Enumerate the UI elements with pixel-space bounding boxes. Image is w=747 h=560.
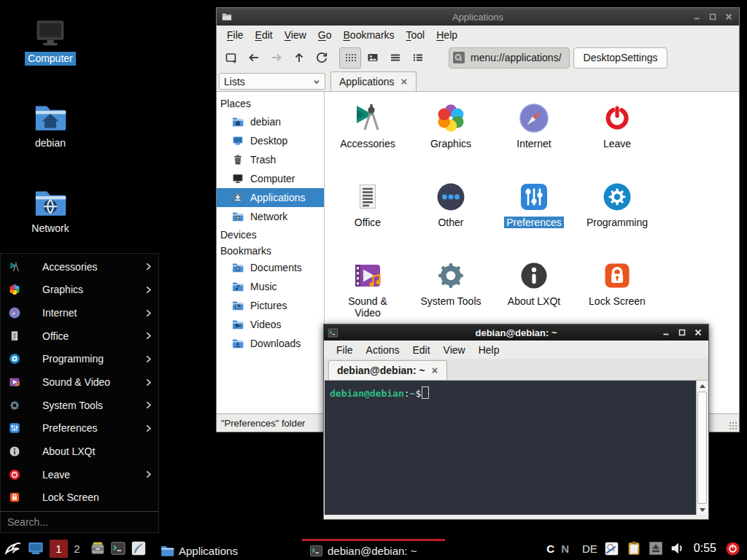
new-tab-button[interactable]	[220, 47, 242, 69]
menu-file[interactable]: File	[330, 342, 360, 358]
app-category-graphics[interactable]: Graphics	[409, 99, 492, 178]
power-button[interactable]	[724, 540, 741, 557]
sidebar-item-network[interactable]: Network	[217, 207, 324, 226]
resize-grip[interactable]	[729, 421, 738, 430]
terminal-tab[interactable]: debian@debian: ~	[328, 360, 447, 380]
submenu-arrow-icon	[144, 424, 152, 432]
tab-close-icon[interactable]	[431, 367, 438, 374]
removable-media-tray-icon[interactable]	[649, 541, 663, 556]
keyboard-layout-indicator[interactable]: DE	[582, 542, 597, 555]
app-category-accessories[interactable]: Accessories	[326, 99, 409, 178]
scroll-down-icon[interactable]	[697, 505, 708, 515]
address-bar[interactable]: menu://applications/	[449, 47, 570, 69]
menu-bookmarks[interactable]: Bookmarks	[338, 27, 400, 43]
menu-file[interactable]: File	[221, 27, 249, 43]
workspace-2-button[interactable]: 2	[68, 540, 86, 558]
clipboard-tray-icon[interactable]	[626, 540, 642, 556]
app-category-leave[interactable]: Leave	[576, 99, 659, 178]
workspace-1-button[interactable]: 1	[50, 540, 68, 558]
num-lock-indicator[interactable]: N	[561, 542, 569, 555]
close-button[interactable]	[724, 12, 733, 21]
menu-item-graphics[interactable]: Graphics	[1, 279, 158, 302]
up-button[interactable]	[288, 47, 310, 69]
menu-item-leave[interactable]: Leave	[1, 463, 158, 486]
terminal-scrollbar[interactable]	[696, 381, 708, 515]
tab-label: Applications	[339, 76, 395, 88]
desktop-icon-label: Computer	[25, 52, 75, 66]
menu-edit[interactable]: Edit	[406, 342, 436, 358]
menu-view[interactable]: View	[437, 342, 472, 358]
terminal-launcher[interactable]	[108, 537, 128, 559]
task-terminal[interactable]: debian@debian: ~	[302, 539, 445, 560]
app-category-internet[interactable]: Internet	[492, 99, 576, 178]
desktop-icon-debian[interactable]: debian	[10, 101, 90, 150]
terminal-window: debian@debian: ~ File Actions Edit View …	[323, 324, 709, 520]
sidebar-item-downloads[interactable]: Downloads	[217, 334, 324, 353]
sidebar-item-computer[interactable]: Computer	[217, 169, 324, 188]
main-menu-button[interactable]	[0, 537, 25, 559]
terminal-screen[interactable]: debian@debian:~$	[325, 381, 696, 515]
app-category-other[interactable]: Other	[409, 178, 492, 257]
icon-view-button[interactable]	[339, 47, 361, 69]
menu-item-about-lxqt[interactable]: About LXQt	[1, 440, 158, 463]
minimize-button[interactable]	[662, 328, 670, 337]
menu-go[interactable]: Go	[312, 27, 338, 43]
sidebar-item-videos[interactable]: Videos	[217, 315, 324, 334]
app-category-programming[interactable]: Programming	[576, 178, 659, 257]
maximize-button[interactable]	[678, 328, 686, 337]
menu-item-programming[interactable]: Programming	[1, 348, 158, 371]
menu-tool[interactable]: Tool	[400, 27, 431, 43]
volume-tray-icon[interactable]	[670, 540, 686, 556]
detailed-view-button[interactable]	[407, 47, 429, 69]
featherpad-launcher[interactable]	[128, 537, 149, 559]
close-button[interactable]	[694, 328, 703, 337]
tab-applications[interactable]: Applications	[330, 71, 417, 91]
scrollbar-thumb[interactable]	[697, 392, 707, 504]
thumbnail-view-button[interactable]	[362, 47, 384, 69]
menu-actions[interactable]: Actions	[360, 342, 406, 358]
task-applications[interactable]: Applications	[153, 539, 286, 560]
caps-lock-indicator[interactable]: C	[546, 542, 554, 555]
sidebar-item-debian[interactable]: debian	[217, 112, 324, 131]
menu-item-system-tools[interactable]: System Tools	[1, 394, 158, 417]
reload-button[interactable]	[311, 47, 333, 69]
menu-item-accessories[interactable]: Accessories	[1, 255, 158, 279]
menu-help[interactable]: Help	[430, 27, 463, 43]
menu-item-preferences[interactable]: Preferences	[1, 417, 158, 440]
tab-close-icon[interactable]	[400, 78, 408, 85]
forward-button[interactable]	[266, 47, 287, 69]
app-category-preferences[interactable]: Preferences	[492, 178, 576, 257]
search-input[interactable]	[1, 516, 158, 529]
file-manager-launcher[interactable]	[88, 537, 108, 559]
file-manager-titlebar[interactable]: Applications	[217, 8, 739, 26]
desktop-settings-button[interactable]: DesktopSettings	[573, 47, 668, 69]
app-category-office[interactable]: Office	[326, 178, 409, 257]
menu-edit[interactable]: Edit	[249, 27, 279, 43]
show-desktop-button[interactable]	[25, 537, 47, 559]
sidebar-item-applications[interactable]: Applications	[217, 188, 324, 207]
sidebar-item-music[interactable]: Music	[217, 277, 324, 296]
screenshot-tray-icon[interactable]	[604, 541, 619, 556]
sidebar-item-documents[interactable]: Documents	[217, 258, 324, 277]
back-button[interactable]	[243, 47, 265, 69]
sidebar-mode-combo[interactable]: Lists	[219, 73, 325, 90]
scroll-up-icon[interactable]	[697, 381, 708, 391]
sidebar-item-pictures[interactable]: Pictures	[217, 296, 324, 315]
maximize-button[interactable]	[708, 12, 717, 21]
sidebar-item-desktop[interactable]: Desktop	[217, 131, 324, 150]
menu-item-lock-screen[interactable]: Lock Screen	[1, 486, 158, 510]
desktop-icon-network[interactable]: Network	[10, 186, 90, 236]
desktop-icon-computer[interactable]: Computer	[10, 16, 90, 66]
minimize-button[interactable]	[692, 12, 701, 21]
sidebar-item-trash[interactable]: Trash	[217, 150, 324, 169]
terminal-titlebar[interactable]: debian@debian: ~	[324, 324, 708, 341]
menu-item-office[interactable]: Office	[1, 324, 158, 348]
compact-view-button[interactable]	[384, 47, 406, 69]
folder-network-icon	[34, 186, 67, 219]
menu-item-sound-video[interactable]: Sound & Video	[1, 370, 158, 394]
menu-help[interactable]: Help	[472, 342, 506, 358]
menu-view[interactable]: View	[279, 27, 312, 43]
submenu-arrow-icon	[144, 378, 152, 386]
menu-item-internet[interactable]: Internet	[1, 301, 158, 324]
clock[interactable]: 0:55	[694, 542, 716, 555]
